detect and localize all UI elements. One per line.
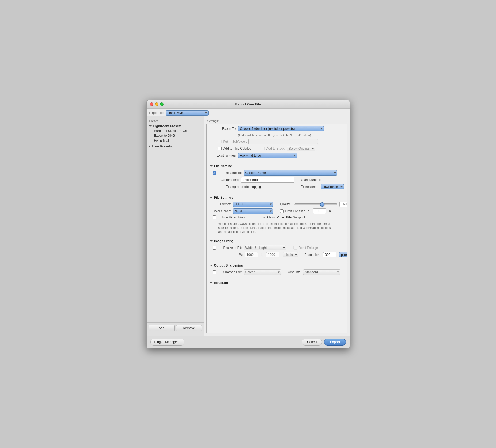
- start-number-label: Start Number:: [301, 178, 321, 182]
- output-sharpening-section: Output Sharpening Sharpen For: Screen Am…: [207, 261, 347, 279]
- add-to-catalog-checkbox[interactable]: [218, 147, 222, 150]
- existing-files-label: Existing Files:: [210, 154, 237, 157]
- export-button[interactable]: Export: [324, 339, 346, 346]
- subfolder-label: Put in Subfolder:: [223, 140, 247, 143]
- below-original-select[interactable]: Below Original: [287, 146, 315, 151]
- top-export-section: Export To: Choose folder later (useful f…: [207, 124, 347, 162]
- resolution-unit-wrapper: pixels per inch: [339, 252, 347, 257]
- format-quality-row: Format: JPEG Quality:: [210, 202, 344, 207]
- sharpen-for-select[interactable]: Screen: [244, 269, 281, 275]
- rename-to-row: Rename To: Custom Name: [210, 170, 344, 176]
- dont-enlarge-label: Don't Enlarge: [299, 246, 318, 250]
- resolution-input[interactable]: [323, 252, 336, 257]
- limit-file-size-unit: K: [329, 209, 331, 213]
- h-input[interactable]: [266, 252, 279, 257]
- remove-button[interactable]: Remove: [176, 325, 202, 331]
- limit-file-size-checkbox[interactable]: [280, 209, 284, 213]
- resize-label: Resize to Fit:: [218, 246, 242, 250]
- quality-value[interactable]: [339, 202, 347, 207]
- existing-files-select[interactable]: Ask what to do: [238, 153, 297, 158]
- sidebar-bottom: Add Remove: [147, 322, 204, 333]
- action-buttons: Cancel Export: [302, 339, 346, 346]
- quality-slider-container: [294, 202, 347, 207]
- file-naming-header: File Naming: [210, 164, 344, 168]
- sharpen-for-checkbox[interactable]: [213, 270, 216, 274]
- color-space-select[interactable]: sRGB: [233, 208, 273, 214]
- scrollable-settings[interactable]: Export To: Choose folder later (useful f…: [206, 124, 347, 333]
- sidebar: Preset: Lightroom Presets Burn Full-Size…: [147, 116, 204, 336]
- subfolder-checkbox[interactable]: [218, 140, 222, 143]
- settings-panel: Settings: Export To: Choose folder later…: [204, 116, 350, 336]
- resize-checkbox[interactable]: [213, 246, 216, 250]
- quality-slider-track[interactable]: [294, 203, 337, 205]
- file-settings-section: File Settings Format: JPEG Quality:: [207, 193, 347, 237]
- main-content: Preset: Lightroom Presets Burn Full-Size…: [147, 116, 350, 336]
- sidebar-item-user-presets[interactable]: User Presets: [147, 144, 204, 149]
- close-icon[interactable]: [150, 102, 153, 106]
- rename-to-checkbox[interactable]: [213, 171, 216, 175]
- add-button[interactable]: Add: [149, 325, 175, 331]
- resolution-unit-select[interactable]: pixels per inch: [339, 252, 347, 257]
- settings-export-wrapper: Choose folder later (useful for presets): [238, 126, 324, 131]
- file-naming-section: File Naming Rename To: Custom Name: [207, 162, 347, 193]
- sidebar-item-for-email[interactable]: For E-Mail: [147, 138, 204, 143]
- colorspace-row: Color Space: sRGB Limit File Size To: K: [210, 208, 344, 214]
- add-to-catalog-label: Add to This Catalog: [223, 147, 251, 150]
- video-note: Video files are always exported in their…: [210, 221, 333, 235]
- unit-select[interactable]: pixels: [283, 252, 298, 257]
- sidebar-item-lightroom-presets[interactable]: Lightroom Presets: [147, 124, 204, 128]
- export-to-wrapper: Hard Drive: [166, 110, 209, 116]
- extensions-label: Extensions:: [301, 185, 317, 189]
- sidebar-item-export-dng[interactable]: Export to DNG: [147, 133, 204, 138]
- existing-files-wrapper: Ask what to do: [238, 153, 297, 158]
- existing-files-row: Existing Files: Ask what to do: [210, 153, 344, 158]
- triangle-right-icon: [149, 145, 150, 148]
- dialog-title: Export One File: [235, 102, 261, 106]
- amount-select[interactable]: Standard: [303, 269, 340, 275]
- about-video-label: ▼ About Video File Support: [263, 215, 305, 219]
- plugin-manager-button[interactable]: Plug-in Manager...: [150, 339, 184, 346]
- format-wrapper: JPEG: [233, 202, 273, 207]
- include-video-checkbox[interactable]: [213, 215, 216, 219]
- amount-wrapper: Standard: [303, 269, 340, 275]
- dont-enlarge-checkbox[interactable]: [293, 246, 297, 250]
- titlebar-buttons: [150, 102, 164, 106]
- sidebar-item-burn-jpegs[interactable]: Burn Full-Sized JPEGs: [147, 128, 204, 133]
- format-select[interactable]: JPEG: [233, 202, 273, 207]
- add-to-stack-checkbox[interactable]: [261, 147, 265, 150]
- file-settings-triangle: [210, 197, 213, 198]
- file-settings-header: File Settings: [210, 196, 344, 199]
- settings-export-select[interactable]: Choose folder later (useful for presets): [238, 126, 324, 131]
- example-value: photoshop.jpg: [241, 185, 261, 189]
- minimize-icon[interactable]: [155, 102, 158, 106]
- folder-note: (folder will be chosen after you click t…: [210, 133, 344, 138]
- export-to-select[interactable]: Hard Drive: [166, 110, 209, 116]
- bottom-bar: Plug-in Manager... Cancel Export: [147, 336, 350, 348]
- limit-file-size-input[interactable]: [313, 208, 326, 214]
- subfolder-input[interactable]: [248, 139, 318, 144]
- custom-text-input[interactable]: [241, 177, 294, 183]
- extensions-wrapper: Lowercase: [321, 184, 344, 189]
- rename-to-wrapper: Custom Name: [244, 170, 337, 176]
- w-input[interactable]: [245, 252, 258, 257]
- header-export-row: Export To: Hard Drive: [147, 109, 350, 116]
- video-row: Include Video Files ▼ About Video File S…: [210, 215, 344, 219]
- metadata-section: Metadata: [207, 279, 347, 289]
- sharpen-for-row: Sharpen For: Screen Amount: Standard: [210, 269, 344, 275]
- cancel-button[interactable]: Cancel: [302, 339, 322, 346]
- color-space-wrapper: sRGB: [233, 208, 273, 214]
- example-label: Example:: [210, 185, 239, 189]
- image-sizing-header: Image Sizing: [210, 239, 344, 243]
- rename-to-select[interactable]: Custom Name: [244, 170, 337, 176]
- maximize-icon[interactable]: [160, 102, 164, 106]
- resize-select[interactable]: Width & Height: [244, 245, 286, 250]
- file-naming-triangle: [210, 165, 213, 167]
- add-to-stack-label: Add to Stack:: [266, 147, 285, 150]
- extensions-select[interactable]: Lowercase: [321, 184, 344, 189]
- output-sharpening-header: Output Sharpening: [210, 264, 344, 267]
- resize-wrapper: Width & Height: [244, 245, 286, 250]
- resize-row: Resize to Fit: Width & Height Don't Enla…: [210, 245, 344, 250]
- unit-wrapper: pixels: [283, 252, 298, 257]
- amount-label: Amount:: [288, 270, 300, 274]
- quality-slider-thumb[interactable]: [320, 202, 324, 207]
